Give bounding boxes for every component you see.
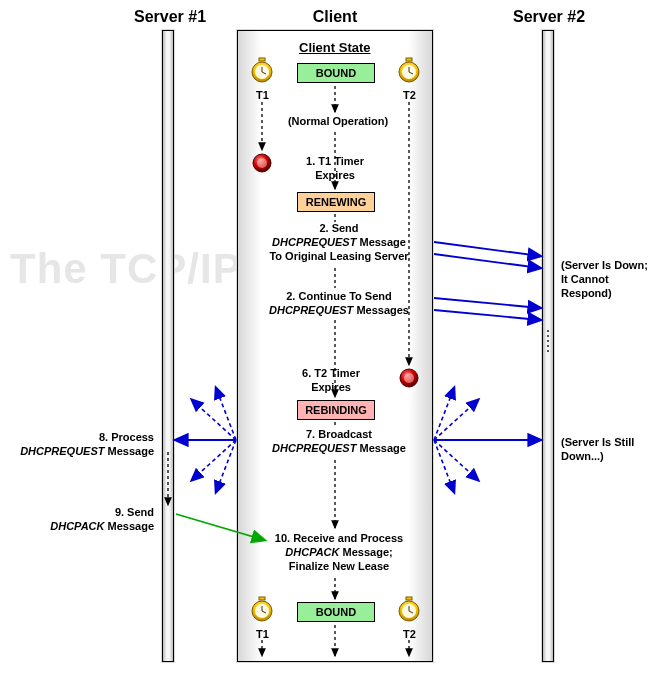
note-step-9: 9. SendDHCPACK Message	[44, 506, 154, 534]
step-normal: (Normal Operation)	[283, 115, 393, 129]
svg-line-43	[192, 400, 236, 440]
diagram-canvas: The TCP/IP Guide Server #1 Client Server…	[0, 0, 666, 676]
svg-line-44	[216, 388, 236, 440]
svg-line-40	[434, 310, 540, 320]
header-client: Client	[305, 8, 365, 26]
lane-server1	[162, 30, 174, 662]
svg-line-49	[434, 388, 454, 440]
svg-line-48	[434, 400, 478, 440]
timer-t2-top: T2	[403, 89, 416, 103]
header-server1: Server #1	[120, 8, 220, 26]
step-2: 2. SendDHCPREQUEST MessageTo Original Le…	[266, 222, 412, 263]
header-server2: Server #2	[499, 8, 599, 26]
step-2b: 2. Continue To SendDHCPREQUEST Messages	[266, 290, 412, 318]
broadcast-left	[176, 388, 236, 492]
timer-t1-bottom: T1	[256, 628, 269, 642]
lane-server2	[542, 30, 554, 662]
step-6: 6. T2 Timer Expires	[296, 367, 366, 395]
note-step-8: 8. ProcessDHCPREQUEST Message	[14, 431, 154, 459]
svg-line-51	[434, 440, 454, 492]
note-server-down: (Server Is Down;It Cannot Respond)	[561, 259, 661, 300]
step-10: 10. Receive and ProcessDHCPACK Message;F…	[266, 532, 412, 573]
svg-line-45	[192, 440, 236, 480]
step-1: 1. T1 Timer Expires	[295, 155, 375, 183]
state-bound-top: BOUND	[297, 63, 375, 83]
svg-line-38	[434, 254, 540, 268]
svg-line-37	[434, 242, 540, 256]
step-7: 7. BroadcastDHCPREQUEST Message	[266, 428, 412, 456]
svg-line-39	[434, 298, 540, 308]
state-rebinding: REBINDING	[297, 400, 375, 420]
state-bound-bottom: BOUND	[297, 602, 375, 622]
svg-line-46	[216, 440, 236, 492]
note-server-still-down: (Server Is Still Down...)	[561, 436, 663, 464]
svg-line-50	[434, 440, 478, 480]
broadcast-right	[434, 388, 540, 492]
state-renewing: RENEWING	[297, 192, 375, 212]
timer-t2-bottom: T2	[403, 628, 416, 642]
timer-t1-top: T1	[256, 89, 269, 103]
client-state-title: Client State	[299, 40, 371, 55]
